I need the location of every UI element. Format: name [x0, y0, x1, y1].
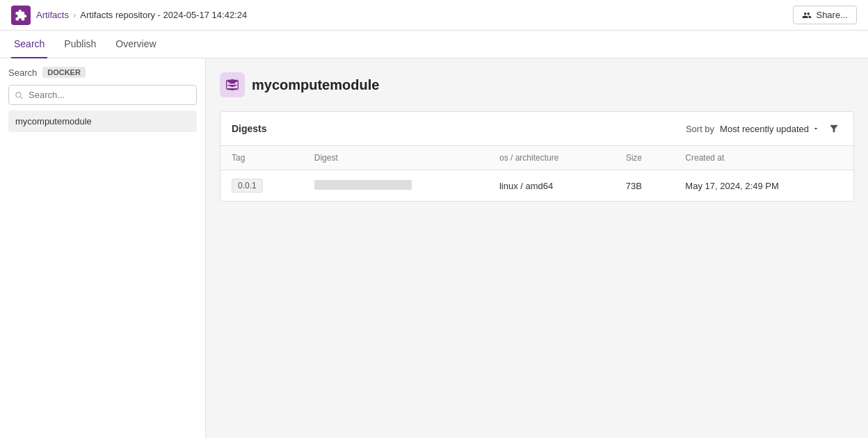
sidebar: Search DOCKER mycomputemodule [0, 58, 206, 438]
module-header: mycomputemodule [220, 72, 854, 97]
sidebar-header: Search DOCKER [8, 67, 197, 78]
tag-badge: 0.0.1 [232, 179, 263, 193]
main-layout: Search DOCKER mycomputemodule mycomputem… [0, 58, 868, 438]
table-header-row: Tag Digest os / architecture Size Create… [220, 146, 853, 170]
digests-card: Digests Sort by Most recently updated Ta… [220, 111, 854, 202]
sort-by-prefix: Sort by [686, 124, 714, 134]
cell-os-arch: linux / amd64 [488, 170, 615, 202]
digests-card-header: Digests Sort by Most recently updated [220, 112, 853, 146]
tab-overview[interactable]: Overview [113, 31, 159, 58]
breadcrumb-artifacts-link[interactable]: Artifacts [36, 10, 69, 20]
cell-created-at: May 17, 2024, 2:49 PM [674, 170, 853, 202]
digests-table: Tag Digest os / architecture Size Create… [220, 146, 853, 201]
tabs-bar: Search Publish Overview [0, 31, 868, 58]
sort-dropdown-button[interactable]: Most recently updated [720, 124, 820, 134]
tab-publish[interactable]: Publish [61, 31, 99, 58]
col-header-tag: Tag [220, 146, 303, 170]
share-button-label: Share... [816, 10, 848, 20]
search-icon [14, 90, 24, 100]
col-header-size: Size [615, 146, 675, 170]
cell-tag: 0.0.1 [220, 170, 303, 202]
cell-digest [303, 170, 488, 202]
cell-size: 73B [615, 170, 675, 202]
col-header-os-arch: os / architecture [488, 146, 615, 170]
col-header-digest: Digest [303, 146, 488, 170]
breadcrumb-separator: › [73, 10, 76, 20]
sort-controls: Sort by Most recently updated [686, 120, 842, 137]
breadcrumb-current: Artifacts repository - 2024-05-17 14:42:… [80, 10, 247, 20]
share-button[interactable]: Share... [793, 6, 857, 24]
digests-label: Digests [232, 123, 267, 134]
table-row: 0.0.1 linux / amd64 73B May 17, 2024, 2:… [220, 170, 853, 202]
chevron-down-icon [812, 124, 820, 133]
container-icon [225, 78, 239, 92]
filter-button[interactable] [826, 120, 842, 137]
breadcrumb: Artifacts › Artifacts repository - 2024-… [36, 10, 247, 20]
module-icon [220, 72, 245, 97]
col-header-created-at: Created at [674, 146, 853, 170]
sidebar-docker-badge: DOCKER [42, 67, 86, 78]
puzzle-icon [11, 6, 31, 25]
tab-search[interactable]: Search [11, 31, 47, 58]
digest-value-blur [314, 180, 412, 190]
search-input-wrapper [8, 85, 197, 105]
filter-icon [828, 123, 839, 134]
sidebar-search-label: Search [8, 67, 37, 78]
module-title: mycomputemodule [252, 77, 379, 93]
sidebar-item-mycomputemodule[interactable]: mycomputemodule [8, 111, 197, 132]
topbar: Artifacts › Artifacts repository - 2024-… [0, 0, 868, 31]
topbar-left: Artifacts › Artifacts repository - 2024-… [11, 6, 247, 25]
sort-option-label: Most recently updated [720, 124, 809, 134]
search-input[interactable] [8, 85, 197, 105]
main-content: mycomputemodule Digests Sort by Most rec… [206, 58, 868, 438]
